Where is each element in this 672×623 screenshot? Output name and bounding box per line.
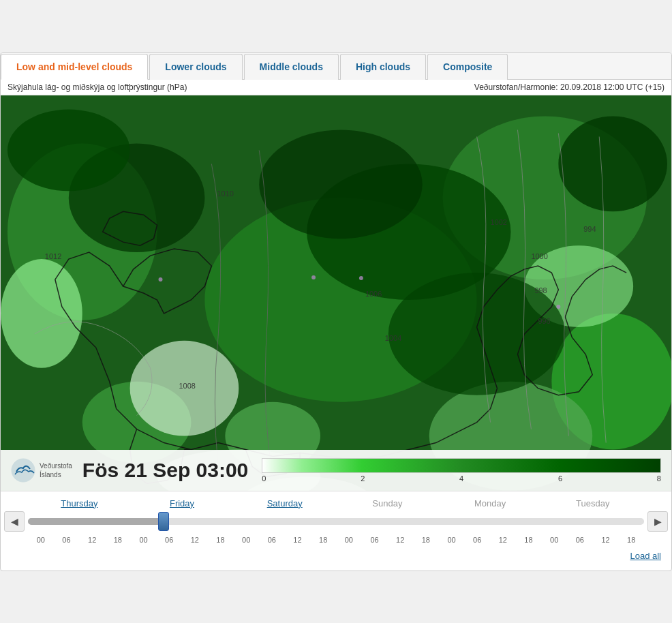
tick-06-sat: 06 [268,536,276,544]
legend-labels: 0 2 4 6 8 [262,473,661,483]
day-labels: Thursday Friday Saturday Sunday Monday T… [1,498,671,508]
map-logo: Veðurstofa Íslands [11,458,72,483]
tick-12-sun: 12 [396,536,404,544]
day-tuesday: Tuesday [541,498,644,508]
prev-arrow-button[interactable]: ◀ [4,511,25,532]
map-container: Skýjahula lág- og miðskýja og loftþrýsti… [1,80,671,491]
day-thursday-link[interactable]: Thursday [61,498,97,508]
legend-gradient [262,458,661,473]
slider-fill [28,518,164,525]
tick-06-fri: 06 [165,536,173,544]
legend-label-4: 4 [459,474,463,483]
legend-bar: 0 2 4 6 8 [262,458,661,483]
tab-low-mid[interactable]: Low and mid-level clouds [1,54,148,80]
slider-thumb[interactable] [158,512,169,531]
logo-svg [11,458,35,483]
svg-point-32 [311,275,316,279]
tab-high[interactable]: High clouds [340,54,426,80]
tick-06: 06 [62,536,70,544]
ticks-thursday: 00 06 12 18 [28,536,131,544]
tick-12-tue: 12 [601,536,609,544]
tick-06-tue: 06 [576,536,584,544]
tick-12-sat: 12 [293,536,301,544]
ticks-friday: 00 06 12 18 [131,536,234,544]
day-saturday-link[interactable]: Saturday [267,498,303,508]
day-monday: Monday [439,498,542,508]
tick-00: 00 [37,536,45,544]
svg-text:996: 996 [538,316,550,324]
tick-12: 12 [88,536,96,544]
slider-row: ◀ ▶ [1,511,671,532]
ticks-tuesday: 00 06 12 18 [541,536,644,544]
svg-point-15 [558,116,667,211]
time-ticks: 00 06 12 18 00 06 12 18 00 06 12 18 00 0… [1,536,671,544]
tick-18-fri: 18 [216,536,224,544]
svg-text:1000: 1000 [531,252,547,260]
day-friday[interactable]: Friday [131,498,234,508]
tick-18-sun: 18 [422,536,430,544]
svg-text:994: 994 [583,225,596,233]
tick-00-tue: 00 [550,536,558,544]
tab-composite[interactable]: Composite [427,54,508,80]
svg-text:1010: 1010 [217,189,233,198]
tab-middle[interactable]: Middle clouds [244,54,339,80]
logo-text: Veðurstofa Íslands [40,461,72,479]
map-bottom-bar: Veðurstofa Íslands Fös 21 Sep 03:00 0 2 … [1,450,671,491]
svg-point-17 [7,109,130,191]
svg-point-18 [259,130,423,239]
svg-point-8 [1,259,82,368]
day-friday-link[interactable]: Friday [170,498,194,508]
day-thursday[interactable]: Thursday [28,498,131,508]
svg-point-34 [556,304,560,308]
day-saturday[interactable]: Saturday [233,498,336,508]
map-image: 1010 1006 1004 1002 1000 998 996 994 100… [1,95,671,491]
load-all-link[interactable]: Load all [630,551,661,561]
svg-text:998: 998 [534,286,547,294]
svg-text:1002: 1002 [491,218,507,226]
load-all-row: Load all [1,547,671,567]
ticks-sunday: 00 06 12 18 [336,536,439,544]
tick-12-mon: 12 [499,536,507,544]
day-sunday: Sunday [336,498,439,508]
tick-00-mon: 00 [447,536,455,544]
legend-label-0: 0 [262,474,266,483]
svg-point-33 [359,276,363,280]
tab-bar: Low and mid-level clouds Lower clouds Mi… [1,53,671,80]
svg-text:1012: 1012 [45,252,61,260]
ticks-monday: 00 06 12 18 [439,536,542,544]
timeline-area: Thursday Friday Saturday Sunday Monday T… [1,491,671,571]
legend-label-2: 2 [361,474,365,483]
legend-label-6: 6 [558,474,562,483]
map-time: Fös 21 Sep 03:00 [82,459,248,482]
svg-text:1008: 1008 [179,381,195,389]
svg-point-31 [159,277,163,282]
tick-00-sat: 00 [242,536,250,544]
tick-00-fri: 00 [139,536,147,544]
map-subtitle-right: Veðurstofan/Harmonie: 20.09.2018 12:00 U… [474,82,665,92]
tab-lower[interactable]: Lower clouds [149,54,242,80]
legend-label-8: 8 [657,474,661,483]
map-subtitle-left: Skýjahula lág- og miðskýja og loftþrýsti… [7,82,187,92]
slider-track[interactable] [28,518,644,525]
svg-text:1004: 1004 [385,333,401,341]
svg-text:1006: 1006 [365,289,382,297]
tick-18-sat: 18 [319,536,327,544]
map-svg: 1010 1006 1004 1002 1000 998 996 994 100… [1,95,671,491]
main-container: Low and mid-level clouds Lower clouds Mi… [0,52,672,571]
tick-06-mon: 06 [473,536,481,544]
ticks-saturday: 00 06 12 18 [233,536,336,544]
tick-00-sun: 00 [345,536,353,544]
tick-18-mon: 18 [524,536,532,544]
map-header: Skýjahula lág- og miðskýja og loftþrýsti… [1,80,671,95]
tick-06-sun: 06 [370,536,378,544]
tick-18-tue: 18 [627,536,635,544]
next-arrow-button[interactable]: ▶ [647,511,668,532]
tick-12-fri: 12 [191,536,199,544]
tick-18: 18 [114,536,122,544]
